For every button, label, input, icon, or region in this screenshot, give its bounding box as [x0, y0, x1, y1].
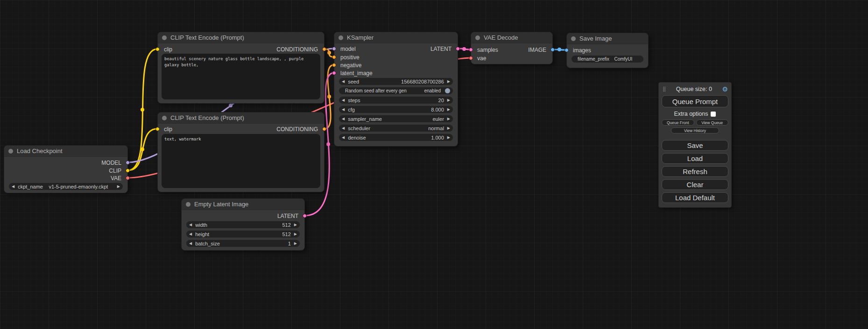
load-button[interactable]: Load — [662, 153, 728, 164]
node-collapse-icon[interactable] — [186, 202, 191, 207]
node-collapse-icon[interactable] — [475, 35, 480, 40]
model-input-port[interactable] — [332, 47, 336, 51]
model-output-port[interactable] — [126, 161, 130, 165]
random-seed-toggle-widget[interactable]: Random seed after every gen enabled — [339, 87, 453, 94]
seed-widget[interactable]: ◀ seed 156680208700286 ▶ — [339, 78, 453, 85]
prompt-text-area[interactable]: beautiful scenery nature glass bottle la… — [162, 54, 320, 99]
increment-arrow-icon[interactable]: ▶ — [294, 221, 297, 228]
sampler-name-widget[interactable]: ◀ sampler_name euler ▶ — [339, 115, 453, 122]
latent-output-port[interactable] — [456, 47, 460, 51]
node-ksampler[interactable]: KSampler model positive negative latent_… — [334, 32, 458, 147]
decrement-arrow-icon[interactable]: ◀ — [342, 97, 345, 104]
input-row-negative: negative — [334, 62, 361, 69]
refresh-button[interactable]: Refresh — [662, 166, 728, 177]
view-queue-button[interactable]: View Queue — [696, 119, 729, 126]
decrement-arrow-icon[interactable]: ◀ — [342, 78, 345, 85]
toggle-knob-icon[interactable] — [445, 88, 450, 93]
node-clip-text-encode-positive[interactable]: CLIP Text Encode (Prompt) clip CONDITION… — [157, 32, 325, 104]
increment-arrow-icon[interactable]: ▶ — [447, 97, 450, 104]
clip-input-port[interactable] — [155, 127, 160, 131]
node-collapse-icon[interactable] — [8, 149, 13, 154]
samples-input-port[interactable] — [469, 48, 473, 52]
node-clip-text-encode-negative[interactable]: CLIP Text Encode (Prompt) clip CONDITION… — [157, 112, 325, 192]
save-button[interactable]: Save — [662, 140, 728, 151]
widget-value: 156680208700286 — [401, 79, 444, 84]
output-label: IMAGE — [528, 47, 546, 53]
queue-front-button[interactable]: Queue Front — [662, 119, 694, 126]
latent-image-input-port[interactable] — [332, 71, 336, 75]
widget-label: denoise — [348, 135, 431, 140]
link-midpoint-dot — [229, 104, 233, 107]
images-input-port[interactable] — [565, 48, 569, 52]
vae-input-port[interactable] — [469, 56, 473, 60]
node-collapse-icon[interactable] — [162, 35, 167, 40]
widget-value: enabled — [424, 88, 441, 93]
node-titlebar[interactable]: CLIP Text Encode (Prompt) — [158, 112, 324, 124]
next-value-arrow-icon[interactable]: ▶ — [117, 183, 120, 190]
decrement-arrow-icon[interactable]: ◀ — [189, 231, 192, 238]
node-titlebar[interactable]: Load Checkpoint — [4, 146, 127, 157]
decrement-arrow-icon[interactable]: ◀ — [342, 134, 345, 141]
next-value-arrow-icon[interactable]: ▶ — [447, 125, 450, 132]
decrement-arrow-icon[interactable]: ◀ — [189, 221, 192, 228]
increment-arrow-icon[interactable]: ▶ — [447, 134, 450, 141]
node-collapse-icon[interactable] — [339, 35, 343, 40]
height-widget[interactable]: ◀ height 512 ▶ — [186, 231, 300, 238]
widget-label: seed — [348, 79, 401, 84]
output-label: VAE — [111, 175, 121, 182]
conditioning-output-port[interactable] — [322, 127, 326, 131]
node-empty-latent-image[interactable]: Empty Latent Image LATENT ◀ width 512 ▶ … — [181, 198, 305, 251]
positive-input-port[interactable] — [332, 55, 336, 59]
clip-input-port[interactable] — [155, 47, 160, 51]
node-titlebar[interactable]: VAE Decode — [471, 32, 552, 43]
vae-output-port[interactable] — [126, 176, 130, 180]
cfg-widget[interactable]: ◀ cfg 8.000 ▶ — [339, 106, 453, 113]
increment-arrow-icon[interactable]: ▶ — [294, 240, 297, 247]
queue-prompt-button[interactable]: Queue Prompt — [662, 95, 728, 107]
prev-value-arrow-icon[interactable]: ◀ — [12, 183, 14, 190]
increment-arrow-icon[interactable]: ▶ — [447, 78, 450, 85]
drag-handle-icon[interactable]: ⣿ — [663, 86, 666, 91]
decrement-arrow-icon[interactable]: ◀ — [342, 106, 345, 113]
negative-input-port[interactable] — [332, 63, 336, 67]
extra-options-checkbox[interactable] — [711, 112, 716, 117]
view-history-button[interactable]: View History — [671, 127, 719, 133]
node-save-image[interactable]: Save Image images filename_prefix ComfyU… — [566, 33, 649, 68]
menu-header: ⣿ Queue size: 0 ⚙ — [662, 84, 728, 93]
prev-value-arrow-icon[interactable]: ◀ — [342, 125, 345, 132]
input-row-images: images — [567, 47, 591, 54]
link-midpoint-dot — [326, 142, 330, 146]
node-collapse-icon[interactable] — [571, 36, 576, 41]
node-titlebar[interactable]: Save Image — [567, 33, 648, 44]
comfy-menu-panel[interactable]: ⣿ Queue size: 0 ⚙ Queue Prompt Extra opt… — [658, 82, 732, 208]
increment-arrow-icon[interactable]: ▶ — [294, 231, 297, 238]
width-widget[interactable]: ◀ width 512 ▶ — [186, 221, 300, 228]
image-output-port[interactable] — [550, 48, 555, 52]
node-titlebar[interactable]: KSampler — [334, 32, 458, 43]
settings-gear-icon[interactable]: ⚙ — [722, 85, 728, 93]
conditioning-output-port[interactable] — [322, 47, 326, 51]
filename-prefix-widget[interactable]: filename_prefix ComfyUI — [572, 56, 643, 63]
load-default-button[interactable]: Load Default — [662, 192, 728, 203]
next-value-arrow-icon[interactable]: ▶ — [447, 115, 450, 122]
widget-label: width — [195, 222, 282, 228]
prev-value-arrow-icon[interactable]: ◀ — [342, 115, 345, 122]
increment-arrow-icon[interactable]: ▶ — [447, 106, 450, 113]
latent-output-port[interactable] — [303, 214, 307, 218]
denoise-widget[interactable]: ◀ denoise 1.000 ▶ — [339, 134, 453, 141]
input-label: latent_image — [340, 70, 373, 77]
clip-output-port[interactable] — [126, 168, 130, 173]
clear-button[interactable]: Clear — [662, 179, 728, 190]
scheduler-widget[interactable]: ◀ scheduler normal ▶ — [339, 125, 453, 132]
batch-size-widget[interactable]: ◀ batch_size 1 ▶ — [186, 240, 300, 247]
node-collapse-icon[interactable] — [162, 116, 167, 120]
node-titlebar[interactable]: CLIP Text Encode (Prompt) — [158, 32, 324, 43]
steps-widget[interactable]: ◀ steps 20 ▶ — [339, 97, 453, 104]
node-vae-decode[interactable]: VAE Decode samples vae IMAGE — [471, 32, 553, 64]
ckpt-name-widget[interactable]: ◀ ckpt_name v1-5-pruned-emaonly.ckpt ▶ — [9, 183, 123, 190]
node-load-checkpoint[interactable]: Load Checkpoint MODEL CLIP VAE ◀ ckpt_na… — [4, 145, 128, 193]
graph-canvas[interactable]: Load Checkpoint MODEL CLIP VAE ◀ ckpt_na… — [0, 0, 868, 329]
node-titlebar[interactable]: Empty Latent Image — [182, 199, 304, 210]
prompt-text-area[interactable]: text, watermark — [162, 134, 320, 188]
decrement-arrow-icon[interactable]: ◀ — [189, 240, 192, 247]
